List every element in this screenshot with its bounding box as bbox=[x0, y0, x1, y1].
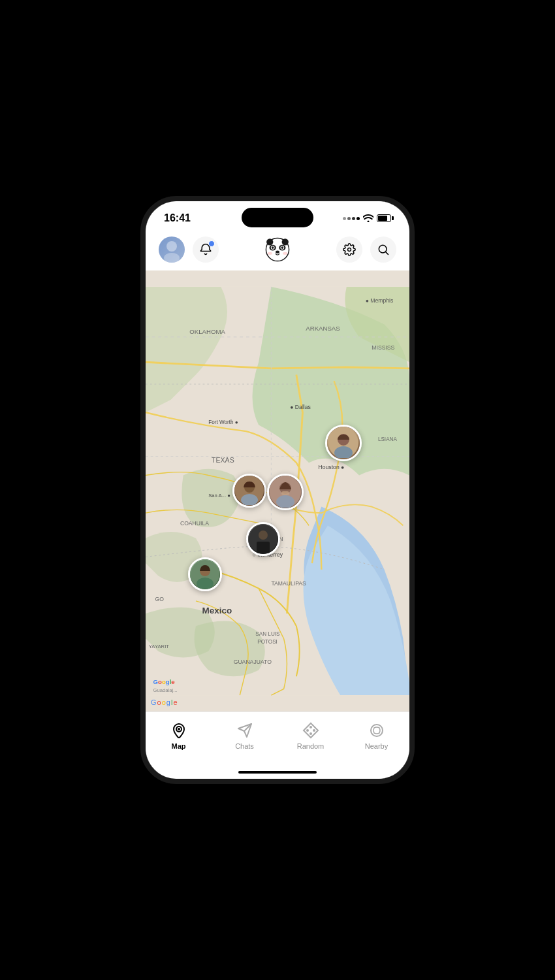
svg-text:MISSISS: MISSISS bbox=[372, 344, 394, 351]
app-logo bbox=[263, 235, 292, 264]
bottom-nav: Map Chats bbox=[146, 711, 409, 766]
svg-text:Mexico: Mexico bbox=[202, 606, 232, 615]
map-background: ● Memphis ARKANSAS OKLAHOMA MISSISS Fort… bbox=[146, 270, 409, 711]
svg-point-15 bbox=[379, 245, 387, 253]
svg-text:San A... ●: San A... ● bbox=[208, 493, 230, 498]
dynamic-island bbox=[242, 208, 313, 227]
map-pin-5[interactable] bbox=[188, 557, 222, 591]
svg-text:SAN LUIS: SAN LUIS bbox=[255, 631, 280, 637]
chats-icon bbox=[236, 721, 254, 740]
map-icon bbox=[170, 721, 188, 740]
nearby-icon bbox=[368, 721, 386, 740]
svg-point-14 bbox=[348, 248, 351, 252]
status-icons bbox=[343, 214, 391, 222]
nav-label-chats: Chats bbox=[235, 742, 254, 750]
svg-point-1 bbox=[164, 253, 180, 263]
home-indicator bbox=[146, 766, 409, 779]
app-header bbox=[146, 230, 409, 270]
status-time: 16:41 bbox=[164, 212, 191, 224]
svg-point-58 bbox=[309, 726, 312, 728]
nav-label-random: Random bbox=[297, 742, 325, 750]
nav-label-nearby: Nearby bbox=[365, 742, 388, 750]
signal-dots bbox=[343, 217, 360, 220]
notification-dot bbox=[208, 240, 215, 247]
nav-item-map[interactable]: Map bbox=[146, 719, 212, 753]
map-pin-3[interactable] bbox=[267, 474, 304, 510]
map-pin-4[interactable] bbox=[246, 522, 280, 556]
svg-point-4 bbox=[282, 238, 289, 245]
google-watermark: G o o g l e bbox=[151, 698, 178, 706]
map-area[interactable]: ● Memphis ARKANSAS OKLAHOMA MISSISS Fort… bbox=[146, 270, 409, 711]
svg-text:YAYARIT: YAYARIT bbox=[149, 644, 169, 649]
nav-item-chats[interactable]: Chats bbox=[212, 719, 278, 753]
svg-point-50 bbox=[259, 531, 268, 540]
svg-text:TEXAS: TEXAS bbox=[212, 456, 234, 464]
search-button[interactable] bbox=[370, 237, 396, 263]
svg-point-59 bbox=[313, 729, 315, 732]
svg-rect-51 bbox=[257, 542, 270, 553]
svg-text:Fort Worth ●: Fort Worth ● bbox=[208, 419, 238, 425]
phone-inner: 16:41 bbox=[146, 201, 409, 779]
header-right bbox=[336, 237, 396, 263]
home-bar bbox=[238, 771, 317, 774]
svg-text:TAMAULIPAS: TAMAULIPAS bbox=[271, 580, 306, 587]
svg-text:GUANAJUATO: GUANAJUATO bbox=[234, 659, 272, 665]
svg-point-0 bbox=[166, 241, 177, 252]
svg-point-9 bbox=[272, 246, 274, 249]
nav-label-map: Map bbox=[172, 742, 186, 750]
map-pin-2[interactable] bbox=[232, 474, 266, 508]
svg-text:● Dallas: ● Dallas bbox=[290, 404, 311, 410]
nav-item-nearby[interactable]: Nearby bbox=[343, 719, 409, 753]
svg-point-11 bbox=[276, 250, 279, 253]
random-icon bbox=[302, 721, 320, 740]
svg-point-10 bbox=[281, 246, 284, 249]
svg-text:Guadalaj...: Guadalaj... bbox=[153, 687, 178, 693]
svg-rect-48 bbox=[281, 491, 289, 495]
svg-point-57 bbox=[306, 729, 309, 732]
wifi-icon bbox=[363, 214, 373, 222]
svg-text:COAHUILA: COAHUILA bbox=[180, 520, 209, 527]
svg-point-60 bbox=[309, 732, 312, 735]
svg-point-56 bbox=[178, 728, 180, 730]
svg-text:● Memphis: ● Memphis bbox=[366, 297, 394, 304]
svg-text:LSIANA: LSIANA bbox=[378, 436, 398, 442]
svg-point-3 bbox=[266, 238, 273, 245]
svg-text:ARKANSAS: ARKANSAS bbox=[306, 325, 340, 332]
svg-text:GO: GO bbox=[155, 596, 164, 602]
nav-item-random[interactable]: Random bbox=[278, 719, 343, 753]
settings-button[interactable] bbox=[336, 237, 362, 263]
svg-text:POTOSI: POTOSI bbox=[257, 639, 278, 645]
svg-point-13 bbox=[283, 252, 287, 255]
svg-text:Houston ●: Houston ● bbox=[319, 464, 345, 470]
svg-text:OKLAHOMA: OKLAHOMA bbox=[189, 328, 225, 335]
phone-frame: 16:41 bbox=[140, 196, 415, 784]
svg-text:Google: Google bbox=[153, 678, 176, 685]
avatar[interactable] bbox=[159, 237, 185, 263]
map-pin-1[interactable] bbox=[325, 425, 362, 461]
svg-point-12 bbox=[268, 252, 272, 255]
battery-icon bbox=[377, 214, 391, 222]
header-left bbox=[159, 237, 219, 263]
notification-button[interactable] bbox=[193, 237, 219, 263]
